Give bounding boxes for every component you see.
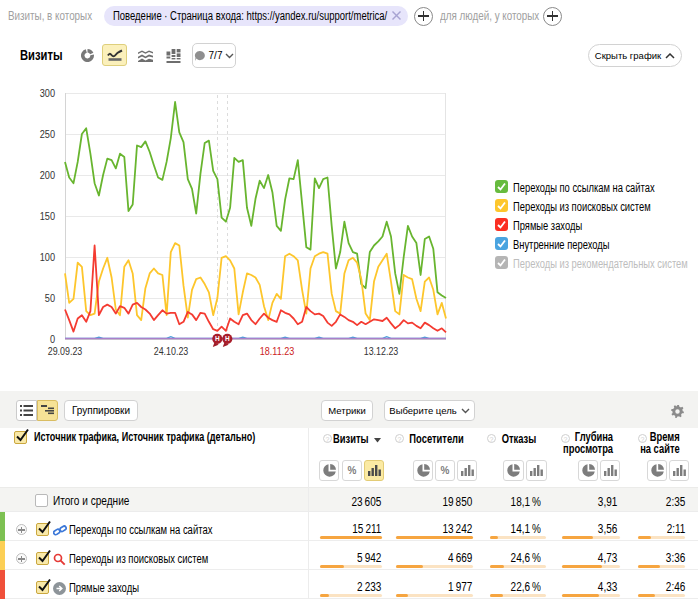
svg-text:250: 250 <box>40 128 55 140</box>
svg-text:50: 50 <box>45 292 55 304</box>
svg-text:200: 200 <box>40 169 55 181</box>
svg-text:300: 300 <box>40 87 55 99</box>
svg-text:29.09.23: 29.09.23 <box>48 345 83 357</box>
svg-text:150: 150 <box>40 210 55 222</box>
svg-text:H: H <box>215 335 220 342</box>
svg-text:24.10.23: 24.10.23 <box>154 345 189 357</box>
svg-text:H: H <box>225 335 230 342</box>
svg-text:13.12.23: 13.12.23 <box>364 345 399 357</box>
svg-text:100: 100 <box>40 251 55 263</box>
svg-text:18.11.23: 18.11.23 <box>260 345 295 357</box>
svg-text:0: 0 <box>50 333 55 345</box>
